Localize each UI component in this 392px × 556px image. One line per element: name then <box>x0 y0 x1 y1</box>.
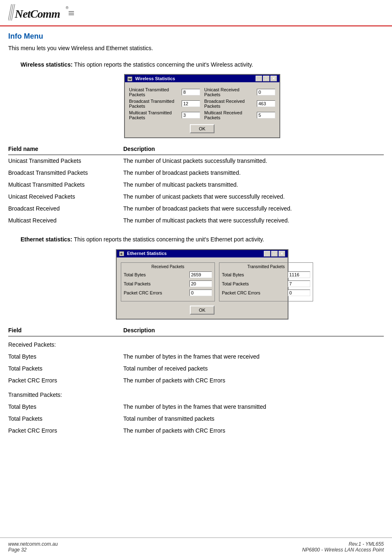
titlebar-controls[interactable]: _ □ ✕ <box>256 76 277 81</box>
utp-label: Unicast Transmitted Packets <box>129 87 180 97</box>
urp-label: Unicast Received Packets <box>204 87 255 97</box>
ethernet-field-table: Field Description Received Packets:Total… <box>8 327 384 437</box>
received-group: Received Packets Total Bytes Total Packe… <box>121 262 215 301</box>
wireless-field-table: Field name Description Unicast Transmitt… <box>8 146 384 227</box>
svg-text:®: ® <box>66 6 69 10</box>
footer: www.netcomm.com.au Page 32 Rev.1 - YML65… <box>0 537 392 556</box>
mrp-input[interactable] <box>257 112 275 118</box>
minimize-button[interactable]: _ <box>256 76 262 81</box>
footer-url: www.netcomm.com.au <box>8 541 58 547</box>
eth-minimize-button[interactable]: _ <box>264 251 270 257</box>
urp-input[interactable] <box>257 89 275 95</box>
ethernet-heading-bold: Ethernet statistics: <box>21 236 72 243</box>
maximize-button[interactable]: □ <box>263 76 270 81</box>
ethernet-section: Ethernet statistics: This option reports… <box>21 235 384 319</box>
wireless-field-cell: Unicast Received Packets <box>8 191 123 203</box>
ethernet-table-row: Transmitted Packets: <box>8 387 384 401</box>
eth-total-packets-received-label: Total Packets <box>124 281 189 286</box>
ethernet-heading: Ethernet statistics: This option reports… <box>21 235 384 244</box>
ethernet-col1-header: Field <box>8 327 123 336</box>
wireless-table-row: Unicast Transmitted PacketsThe number of… <box>8 155 384 167</box>
wr3-left: Multicast Transmitted Packets <box>129 110 200 120</box>
ethernet-dialog-body: Received Packets Total Bytes Total Packe… <box>117 257 288 319</box>
ethernet-table-row: Total BytesThe number of bytes in the fr… <box>8 351 384 363</box>
page-title: Info Menu <box>0 26 392 44</box>
ethernet-ok-area: OK <box>121 306 284 315</box>
received-group-label: Received Packets <box>124 264 212 269</box>
footer-page: Page 32 <box>8 547 58 553</box>
ethernet-field-cell: Total Bytes <box>8 351 123 363</box>
ethernet-titlebar-controls[interactable]: _ □ ✕ <box>264 251 285 257</box>
ethernet-field-cell: Total Bytes <box>8 401 123 413</box>
wireless-col1-header: Field name <box>8 146 123 155</box>
eth-total-bytes-transmitted-row: Total Bytes <box>222 271 310 278</box>
wireless-title-left: W Wireless Statistics <box>127 76 175 81</box>
ethernet-table-row: Total PacketsTotal number of transmitted… <box>8 413 384 425</box>
ethernet-dialog: E Ethernet Statistics _ □ ✕ Received Pac… <box>116 249 288 320</box>
utp-input[interactable] <box>182 89 200 95</box>
wireless-ok-button[interactable]: OK <box>190 124 214 133</box>
wireless-desc-cell: The number of broadcast packets that wer… <box>123 203 384 215</box>
ethernet-desc-cell: The number of packets with CRC Errors <box>123 425 384 437</box>
wireless-field-cell: Multicast Transmitted Packets <box>8 179 123 191</box>
wireless-row-3: Multicast Transmitted Packets Multicast … <box>129 110 275 120</box>
logo-svg: NetComm ® <box>8 4 74 22</box>
svg-line-1 <box>10 4 13 21</box>
eth-maximize-button[interactable]: □ <box>271 251 278 257</box>
eth-total-packets-transmitted-input[interactable] <box>288 280 310 287</box>
brp-input[interactable] <box>257 100 275 107</box>
ethernet-desc-cell: The number of bytes in the frames that w… <box>123 351 384 363</box>
wireless-dialog-body: Unicast Transmitted Packets Unicast Rece… <box>125 82 279 137</box>
wireless-titlebar: W Wireless Statistics _ □ ✕ <box>125 75 279 82</box>
footer-left: www.netcomm.com.au Page 32 <box>8 541 58 553</box>
eth-crc-received-input[interactable] <box>189 290 212 296</box>
ethernet-groups: Received Packets Total Bytes Total Packe… <box>121 262 284 301</box>
wireless-table-row: Multicast Transmitted PacketsThe number … <box>8 179 384 191</box>
ethernet-table-row: Packet CRC ErrorsThe number of packets w… <box>8 375 384 387</box>
eth-crc-received-label: Packet CRC Errors <box>124 290 189 295</box>
ethernet-desc-cell <box>123 387 384 401</box>
wireless-desc-cell: The number of broadcast packets transmit… <box>123 167 384 179</box>
wireless-heading-bold: Wireless statistics: <box>21 61 73 68</box>
transmitted-group: Transmitted Packets Total Bytes Total Pa… <box>219 262 313 301</box>
mrp-label: Multicast Received Packets <box>204 110 255 120</box>
wireless-desc-cell: The number of unicast packets that were … <box>123 191 384 203</box>
ethernet-table-row: Packet CRC ErrorsThe number of packets w… <box>8 425 384 437</box>
footer-right: Rev.1 - YML655 NP6800 - Wireless LAN Acc… <box>302 541 384 553</box>
footer-product: NP6800 - Wireless LAN Access Point <box>302 547 384 553</box>
wireless-table-row: Broadcast Transmitted PacketsThe number … <box>8 167 384 179</box>
wr3-right: Multicast Received Packets <box>204 110 275 120</box>
wireless-dialog: W Wireless Statistics _ □ ✕ Unicast Tran… <box>124 74 280 138</box>
eth-total-packets-received-input[interactable] <box>189 280 212 287</box>
ethernet-field-cell: Packet CRC Errors <box>8 425 123 437</box>
wireless-desc-cell: The number of Unicast packets successful… <box>123 155 384 167</box>
wr1-right: Unicast Received Packets <box>204 87 275 97</box>
ethernet-desc-cell: The number of packets with CRC Errors <box>123 375 384 387</box>
ethernet-titlebar: E Ethernet Statistics _ □ ✕ <box>117 250 288 257</box>
eth-crc-transmitted-input[interactable] <box>288 290 310 296</box>
mtp-label: Multicast Transmitted Packets <box>129 110 180 120</box>
wireless-heading: Wireless statistics: This option reports… <box>21 60 384 69</box>
eth-total-packets-transmitted-label: Total Packets <box>222 281 288 286</box>
eth-total-packets-received-row: Total Packets <box>124 280 212 287</box>
wireless-desc-cell: The number of multicast packets transmit… <box>123 179 384 191</box>
ethernet-ok-button[interactable]: OK <box>190 306 214 315</box>
intro-text: This menu lets you view Wireless and Eth… <box>8 44 384 53</box>
eth-total-bytes-transmitted-label: Total Bytes <box>222 272 288 277</box>
btp-input[interactable] <box>182 100 200 107</box>
ethernet-field-cell: Total Packets <box>8 413 123 425</box>
wireless-table-row: Unicast Received PacketsThe number of un… <box>8 191 384 203</box>
close-button[interactable]: ✕ <box>270 76 277 81</box>
eth-total-bytes-received-input[interactable] <box>189 271 212 278</box>
wireless-desc-cell: The number of multicast packets that wer… <box>123 215 384 227</box>
brp-label: Broadcast Received Packets <box>204 99 255 109</box>
transmitted-group-label: Transmitted Packets <box>222 264 310 269</box>
eth-total-bytes-transmitted-input[interactable] <box>288 271 310 278</box>
svg-line-0 <box>8 4 12 21</box>
mtp-input[interactable] <box>182 112 200 118</box>
wireless-heading-rest: This option reports the statistics conce… <box>73 61 253 68</box>
wr1-left: Unicast Transmitted Packets <box>129 87 200 97</box>
eth-close-button[interactable]: ✕ <box>279 251 285 257</box>
ethernet-desc-cell: Total number of transmitted packets <box>123 413 384 425</box>
wireless-table-header: Field name Description <box>8 146 384 155</box>
